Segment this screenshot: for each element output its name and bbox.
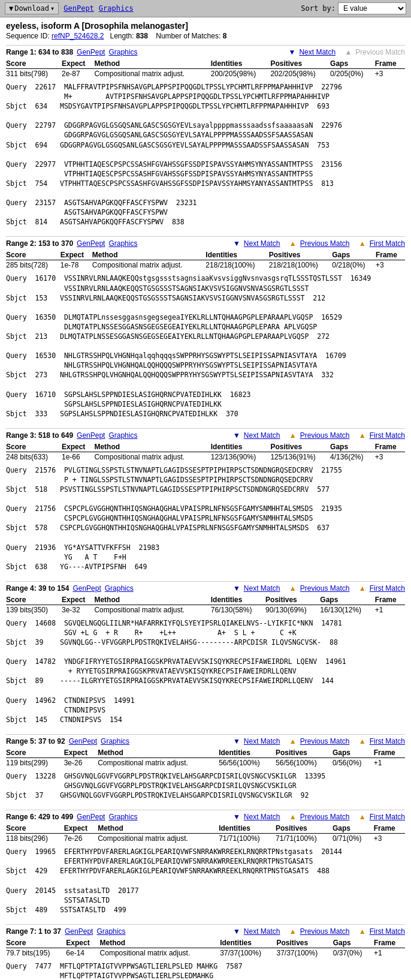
range1-identities: 200/205(98%) [211,69,271,79]
range7-score-row: 79.7 bits(195) 6e-14 Compositional matri… [6,948,405,958]
range4-next-match[interactable]: Next Match [244,584,280,593]
download-button[interactable]: ▼ Download ▾ [5,2,59,14]
range1-genpept-link[interactable]: GenPept [77,48,105,56]
col-identities: Identities [211,442,271,452]
range7-prev-match[interactable]: Previous Match [300,927,350,936]
range4-graphics-link[interactable]: Graphics [105,584,134,593]
range3-method: Compositional matrix adjust. [94,452,210,462]
range4-prev-icon: ▲ [289,584,297,593]
range7-alignment: Query 7477 MFTLQPTPTAIGTVVPPWSAGTLIERLPS… [6,961,405,980]
range2-prev-match[interactable]: Previous Match [300,239,350,248]
seq-length-label: Length: [110,32,134,40]
range3-first-match[interactable]: First Match [370,431,405,440]
range5-frame: +1 [374,757,405,768]
range6-prev-match[interactable]: Previous Match [300,813,350,821]
seq-id-link[interactable]: refNP_524628.2 [52,32,104,40]
range6-first-match[interactable]: First Match [370,813,405,821]
sort-select[interactable]: E value Score Percent Identity [338,2,406,14]
range4-first-match[interactable]: First Match [370,584,405,593]
range2-positives: 218/218(100%) [269,260,332,270]
main-content: eyeless, isoform A [Drosophila melanogas… [0,17,411,980]
sortby-label: Sort by: [301,4,336,13]
range2-next-match[interactable]: Next Match [244,239,280,248]
range3-prev-match[interactable]: Previous Match [300,431,350,440]
range3-graphics-link[interactable]: Graphics [108,431,137,440]
range7-expect: 6e-14 [66,948,99,958]
range-block-1: Range 1: 634 to 838 GenPept Graphics ▼ N… [6,45,405,227]
range3-alignment: Query 21576 PVLGTINGLSSPSTLSTNVNAPTLGAGI… [6,465,405,572]
range-title-3: Range 3: 518 to 649 [6,431,73,440]
col-positives: Positives [269,250,332,260]
range6-identities: 71/71(100%) [219,834,276,844]
range1-prev-icon: ▲ [344,48,352,56]
range4-alignment: Query 14608 SGVQELNGQGLIILNR*HAFARRKIYFQ… [6,618,405,725]
col-positives: Positives [270,59,330,69]
range-block-3: Range 3: 518 to 649 GenPept Graphics ▼ N… [6,428,405,572]
col-positives: Positives [265,595,320,605]
col-frame: Frame [374,748,405,758]
range7-graphics-link[interactable]: Graphics [96,927,125,936]
range5-first-match[interactable]: First Match [370,737,405,745]
range5-graphics-link[interactable]: Graphics [101,737,129,745]
range7-first-icon: ▲ [359,927,366,936]
range2-identities: 218/218(100%) [206,260,268,270]
col-gaps: Gaps [332,250,376,260]
col-score: Score [6,442,62,452]
sequence-info: Sequence ID: refNP_524628.2 Length: 838 … [6,32,405,40]
range4-gaps: 16/130(12%) [320,605,374,615]
range4-method: Compositional matrix adjust. [94,605,210,615]
range7-first-match[interactable]: First Match [370,927,405,936]
range1-next-icon: ▼ [288,48,295,56]
range5-score: 119 bits(299) [6,757,64,768]
range6-next-match[interactable]: Next Match [244,813,280,821]
col-identities: Identities [219,748,276,758]
col-gaps: Gaps [320,595,374,605]
col-score: Score [6,595,62,605]
range4-prev-match[interactable]: Previous Match [300,584,350,593]
toolbar-graphics-link[interactable]: Graphics [99,4,134,13]
range-title-7: Range 7: 1 to 37 [6,927,61,936]
range5-next-icon: ▼ [233,737,240,745]
range2-genpept-link[interactable]: GenPept [77,239,105,248]
range4-expect: 3e-32 [62,605,94,615]
range5-genpept-link[interactable]: GenPept [69,737,97,745]
seq-length-value: 838 [136,32,148,40]
col-frame: Frame [374,938,405,948]
range2-score-table: Score Expect Method Identities Positives… [6,250,405,270]
range1-prev-match: Previous Match [355,48,405,56]
download-icon: ▼ [9,4,13,13]
range1-graphics-link[interactable]: Graphics [108,48,137,56]
range5-next-match[interactable]: Next Match [244,737,280,745]
col-score: Score [6,823,64,834]
range3-next-icon: ▼ [233,431,240,440]
range2-graphics-link[interactable]: Graphics [108,239,137,248]
range4-score-row: 139 bits(350) 3e-32 Compositional matrix… [6,605,405,615]
range6-positives: 71/71(100%) [276,834,333,844]
range2-first-match[interactable]: First Match [370,239,405,248]
range7-genpept-link[interactable]: GenPept [65,927,93,936]
range6-score-row: 118 bits(296) 7e-26 Compositional matrix… [6,834,405,844]
range6-genpept-link[interactable]: GenPept [77,813,105,821]
range2-score-row: 285 bits(728) 1e-78 Compositional matrix… [6,260,405,270]
range5-prev-match[interactable]: Previous Match [300,737,350,745]
range6-first-icon: ▲ [359,813,366,821]
range6-graphics-link[interactable]: Graphics [108,813,137,821]
range1-next-match[interactable]: Next Match [299,48,336,56]
range2-score: 285 bits(728) [6,260,61,270]
col-score: Score [6,59,62,69]
range3-genpept-link[interactable]: GenPept [77,431,105,440]
range-header-3: Range 3: 518 to 649 GenPept Graphics ▼ N… [6,431,405,440]
range1-expect: 2e-87 [62,69,94,79]
range-header-4: Range 4: 39 to 154 GenPept Graphics ▼ Ne… [6,584,405,593]
col-expect: Expect [62,442,94,452]
col-score: Score [6,938,66,948]
range-block-5: Range 5: 37 to 92 GenPept Graphics ▼ Nex… [6,734,405,800]
range7-next-match[interactable]: Next Match [244,927,280,936]
range2-alignment: Query 16170 VSSINRVLRNLAAQKEQQstgsgsssts… [6,273,405,418]
col-method: Method [100,938,220,948]
range4-genpept-link[interactable]: GenPept [72,584,101,593]
range6-prev-icon: ▲ [289,813,297,821]
col-gaps: Gaps [330,59,375,69]
toolbar-genpept-link[interactable]: GenPept [64,4,94,13]
range3-next-match[interactable]: Next Match [244,431,280,440]
